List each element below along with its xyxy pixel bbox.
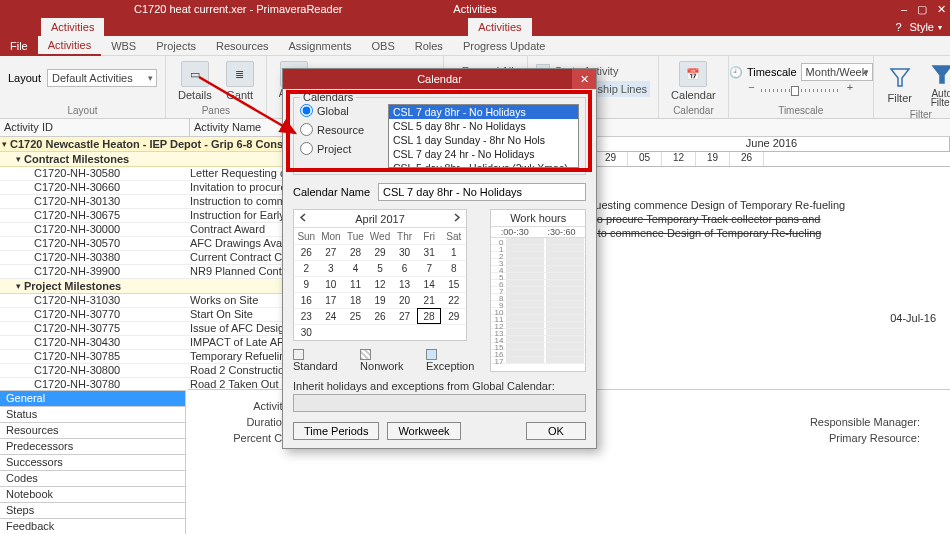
tab-progress-update[interactable]: Progress Update [453,36,556,56]
calendar-day[interactable] [441,324,466,340]
calendar-day[interactable]: 29 [368,244,393,260]
calendar-day[interactable]: 27 [392,308,417,324]
details-button[interactable]: ▭Details [174,59,216,103]
calendar-day[interactable]: 1 [441,244,466,260]
calendar-day[interactable]: 26 [294,244,319,260]
detail-tab-successors[interactable]: Successors [0,454,185,470]
calendar-day[interactable]: 12 [368,276,393,292]
calendar-day[interactable]: 26 [368,308,393,324]
calendar-day[interactable]: 5 [368,260,393,276]
style-button[interactable]: Style▾ [910,21,942,33]
calendar-day[interactable]: 6 [392,260,417,276]
calendar-day[interactable]: 11 [343,276,368,292]
calendar-day[interactable]: 10 [319,276,344,292]
calendar-list[interactable]: CSL 7 day 8hr - No HolidaysCSL 5 day 8hr… [388,104,579,168]
timescale-combo[interactable]: Month/Week [801,63,873,81]
month-next-button[interactable] [451,212,462,225]
calendar-day[interactable]: 31 [417,244,442,260]
filter-button[interactable]: Filter [882,62,918,106]
tab-obs[interactable]: OBS [362,36,405,56]
month-prev-button[interactable] [298,212,309,225]
gantt-button[interactable]: ≣Gantt [222,59,258,103]
calendar-day[interactable]: 30 [392,244,417,260]
tab-assignments[interactable]: Assignments [279,36,362,56]
calendar-day[interactable]: 14 [417,276,442,292]
calendar-button[interactable]: 📅Calendar [667,59,720,103]
title-context-tab: Activities [453,3,496,15]
detail-tab-feedback[interactable]: Feedback [0,518,185,534]
calendar-day[interactable] [368,324,393,340]
title-bar: C1720 heat current.xer - PrimaveraReader… [0,0,950,18]
detail-tab-resources[interactable]: Resources [0,422,185,438]
maximize-icon[interactable]: ▢ [917,3,927,16]
calendar-day[interactable]: 9 [294,276,319,292]
calendar-day[interactable]: 22 [441,292,466,308]
calendar-day[interactable]: 20 [392,292,417,308]
auto-filter-button[interactable]: AutoFilter [924,59,950,109]
calendar-day[interactable] [319,324,344,340]
calendar-day[interactable]: 4 [343,260,368,276]
calendar-day[interactable]: 21 [417,292,442,308]
context-tab-activities[interactable]: Activities [41,18,104,36]
zoom-in-icon[interactable]: + [847,81,853,93]
calendar-day[interactable]: 30 [294,324,319,340]
tab-resources[interactable]: Resources [206,36,279,56]
calendar-list-item[interactable]: CSL 7 day 8hr - No Holidays [389,105,578,119]
dialog-title-bar[interactable]: Calendar ✕ [283,69,596,89]
calendar-day[interactable]: 24 [319,308,344,324]
calendar-day[interactable]: 23 [294,308,319,324]
detail-tab-predecessors[interactable]: Predecessors [0,438,185,454]
ok-button[interactable]: OK [526,422,586,440]
calendar-list-item[interactable]: CSL 7 day 24 hr - No Holidays [389,147,578,161]
calendar-day[interactable]: 27 [319,244,344,260]
calendar-day[interactable]: 3 [319,260,344,276]
layout-combo[interactable]: Default Activities [47,69,157,87]
calendar-list-item[interactable]: CSL 1 day Sunday - 8hr No Hols [389,133,578,147]
calendar-day[interactable]: 28 [417,308,442,324]
filter-icon [886,64,914,90]
tab-wbs[interactable]: WBS [101,36,146,56]
calendar-day[interactable]: 25 [343,308,368,324]
calendars-fieldset: Calendars Global Resource Project CSL 7 … [293,97,586,175]
calendar-day[interactable] [417,324,442,340]
tab-activities[interactable]: Activities [38,36,101,56]
calendar-day[interactable]: 29 [441,308,466,324]
calendar-day[interactable]: 16 [294,292,319,308]
detail-tab-status[interactable]: Status [0,406,185,422]
detail-tab-steps[interactable]: Steps [0,502,185,518]
dialog-close-button[interactable]: ✕ [572,69,596,89]
calendar-list-item[interactable]: CSL 5 day 8hr - No Holidays [389,119,578,133]
zoom-out-icon[interactable]: − [748,81,754,93]
calendar-day[interactable]: 7 [417,260,442,276]
calendar-day[interactable]: 2 [294,260,319,276]
col-activity-id[interactable]: Activity ID [0,119,190,136]
tab-roles[interactable]: Roles [405,36,453,56]
timescale-slider[interactable] [761,89,841,92]
calendar-day[interactable]: 28 [343,244,368,260]
calendar-list-item[interactable]: CSL 5 day 8hr - Holidays (2wk Xmas) [389,161,578,168]
calendar-dialog: Calendar ✕ Calendars Global Resource Pro… [282,68,597,449]
calendar-day[interactable] [343,324,368,340]
detail-tab-notebook[interactable]: Notebook [0,486,185,502]
calendar-day[interactable]: 15 [441,276,466,292]
context-tab-activities-right[interactable]: Activities [468,18,531,36]
minimize-icon[interactable]: – [901,3,907,16]
time-periods-button[interactable]: Time Periods [293,422,379,440]
month-calendar[interactable]: April 2017 SunMonTueWedThrFriSat 2627282… [293,209,467,341]
detail-tab-codes[interactable]: Codes [0,470,185,486]
calendar-day[interactable]: 17 [319,292,344,308]
calendar-day[interactable]: 8 [441,260,466,276]
detail-tab-general[interactable]: General [0,390,185,406]
tab-file[interactable]: File [0,36,38,56]
calendar-day[interactable]: 13 [392,276,417,292]
calendars-legend: Calendars [300,91,356,103]
month-title: April 2017 [355,213,405,225]
help-icon[interactable]: ? [895,21,901,33]
calendar-name-label: Calendar Name [293,186,370,198]
workweek-button[interactable]: Workweek [387,422,460,440]
tab-projects[interactable]: Projects [146,36,206,56]
calendar-day[interactable]: 18 [343,292,368,308]
calendar-day[interactable] [392,324,417,340]
close-icon[interactable]: ✕ [937,3,946,16]
calendar-day[interactable]: 19 [368,292,393,308]
